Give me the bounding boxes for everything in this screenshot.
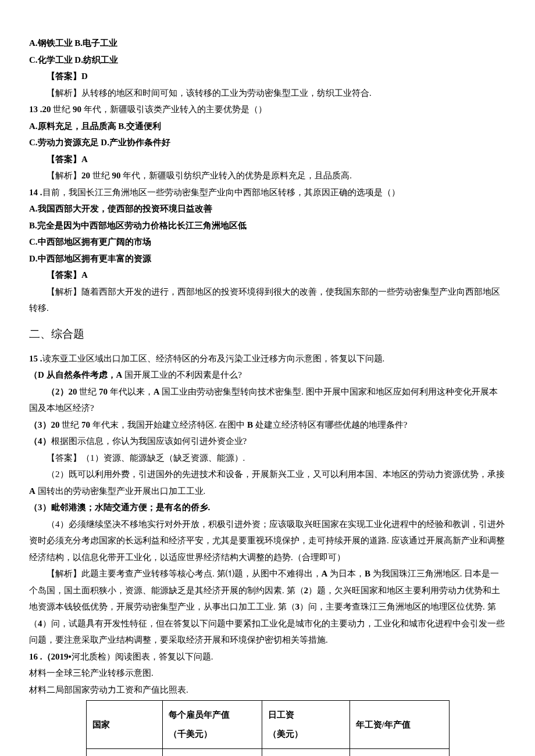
option-b: B.完全是因为中西部地区劳动力价格比长江三角洲地区低 xyxy=(29,221,247,230)
section-heading: 二、综合题 xyxy=(29,324,506,345)
text: B xyxy=(365,569,370,578)
text: 3 xyxy=(295,602,300,611)
question-text: 目前，我国长江三角洲地区一些劳动密集型产业向中西部地区转移，其原因正确的选项是（… xyxy=(42,188,400,197)
cell-ratio: 208.6 xyxy=(349,749,449,756)
question-text: 河北质检）阅读图表，答复以下问题. xyxy=(72,652,213,661)
material-2: 材料二局部国家劳动力工资和产值比照表. xyxy=(29,685,188,694)
text: 2 xyxy=(304,586,309,595)
option-d: D.中西部地区拥有更丰富的资源 xyxy=(29,254,151,263)
explanation: 【解析】随着西部大开发的进行，西部地区的投资环境得到很大的改善，使我国东部的一些… xyxy=(29,287,500,313)
comparison-table: 国家 每个雇员年产值 （千美元） 日工资 （美元） 年工资/年产值 美国 105… xyxy=(86,700,450,756)
text: A xyxy=(322,569,328,578)
cell-output: 105 xyxy=(162,749,262,756)
text: A xyxy=(154,387,160,396)
sub-question: （4） xyxy=(29,436,51,446)
answer: 【答案】D xyxy=(47,71,88,81)
explanation-label: 【解析】 xyxy=(47,171,81,180)
question-number: 14 . xyxy=(29,188,42,197)
text: 处建立经济特区有哪些优越的地理条件? xyxy=(253,420,407,429)
answer-text: （3）毗邻港澳；水陆交通方便；是有名的侨乡. xyxy=(29,503,210,512)
question-number: 16 .（2019• xyxy=(29,652,72,661)
text: 70 xyxy=(81,420,90,429)
text: （千美元） xyxy=(169,729,212,739)
text: 每个雇员年产值 xyxy=(169,710,230,719)
text: A xyxy=(29,486,35,496)
text: 年代，新疆吸引纺织产业转入的优势是原料充足，且品质高. xyxy=(121,171,352,180)
sub-question: （3）20 xyxy=(29,420,60,429)
text: 90 xyxy=(112,171,121,180)
question-number: 15 . xyxy=(29,354,42,363)
text: 国转出的劳动密集型产业开展出口加工工业. xyxy=(35,486,206,496)
th-country: 国家 xyxy=(86,701,162,749)
text: 世纪 xyxy=(77,387,99,396)
text: 世纪 xyxy=(90,171,112,180)
sub-question: （D 从自然条件考虑， xyxy=(29,370,116,379)
question-text: 年代，新疆吸引该类产业转入的主要优势是（） xyxy=(81,105,267,114)
text: 世纪 xyxy=(51,105,73,114)
th-wage: 日工资 （美元） xyxy=(262,701,349,749)
option-a: A.我国西部大开发，使西部的投资环境日益改善 xyxy=(29,204,212,213)
text: 日工资 xyxy=(268,710,294,719)
option-c: C.中西部地区拥有更广阔的市场 xyxy=(29,237,151,246)
option-line: C.化学工业 D.纺织工业 xyxy=(29,55,118,65)
table-header-row: 国家 每个雇员年产值 （千美元） 日工资 （美元） 年工资/年产值 xyxy=(86,701,449,749)
question-number: 13 .20 xyxy=(29,105,51,114)
answer-text: 【答案】（1）资源、能源缺乏（缺乏资源、能源）. xyxy=(47,453,245,463)
answer-text: （2）既可以利用外费，引进国外的先进技术和设备，开展新兴工业，又可以利用本国、本… xyxy=(47,470,505,479)
text: 4 xyxy=(38,619,42,628)
table-row: 美国 105 60 208.6 xyxy=(86,749,449,756)
answer-text: （4）必须继续坚决不移地实行对外开放，积极引进外资；应该吸取兴旺国家在实现工业化… xyxy=(29,519,505,562)
explanation: 【解析】从转移的地区和时间可知，该转移的工业为劳动密集型工业，纺织工业符合. xyxy=(47,88,372,98)
question-text: 读东亚工业区域出口加工区、经济特区的分布及污染工业迁移方向示意图，答复以下问题. xyxy=(42,354,385,363)
cell-country: 美国 xyxy=(86,749,162,756)
cell-wage: 60 xyxy=(262,749,349,756)
explanation: 【解析】此题主要考查产业转移等核心考点. 第⑴题，从图中不难得出， xyxy=(47,569,322,578)
text: A xyxy=(116,370,123,379)
option-line: A.钢铁工业 B.电子工业 xyxy=(29,38,117,48)
option-line: A.原料充足，且品质高 B.交通便利 xyxy=(29,121,161,131)
option-line: C.劳动力资源充足 D.产业协作条件好 xyxy=(29,138,170,147)
answer: 【答案】A xyxy=(47,270,88,280)
text: 根据图示信息，你认为我国应该如何引进外资企业? xyxy=(51,436,247,446)
sub-question: （2）20 xyxy=(47,387,77,396)
answer: 【答案】A xyxy=(47,155,88,164)
text: 20 xyxy=(81,171,90,180)
text: 70 xyxy=(99,387,108,396)
th-ratio: 年工资/年产值 xyxy=(349,701,449,749)
th-output: 每个雇员年产值 （千美元） xyxy=(162,701,262,749)
text: 90 xyxy=(73,105,81,114)
text: B xyxy=(247,420,253,429)
text: （美元） xyxy=(268,729,303,739)
text: 年代以来， xyxy=(108,387,154,396)
text: 为日本， xyxy=(327,569,365,578)
text: 世纪 xyxy=(60,420,82,429)
text: ）问，试题具有开发性特征，但在答复以下问题中要紧扣工业化是城市化的主要动力，工业… xyxy=(29,619,505,645)
material-1: 材料一全球三轮产业转移示意图. xyxy=(29,668,154,678)
text: 年代末，我国开始建立经济特区. 在图中 xyxy=(90,420,247,429)
text: 国开展工业的不利因素是什么? xyxy=(122,370,241,379)
